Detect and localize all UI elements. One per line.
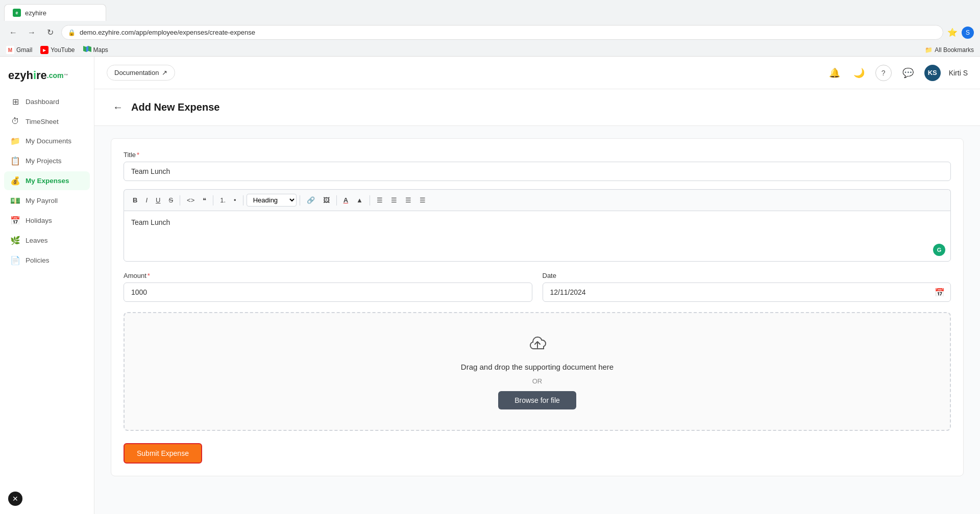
date-input-wrapper: 📅 — [543, 282, 951, 302]
toolbar-separator-1 — [180, 195, 180, 205]
payroll-icon: 💵 — [10, 196, 20, 205]
sidebar-item-timesheet[interactable]: ⏱ TimeSheet — [4, 112, 90, 131]
documents-icon: 📁 — [10, 136, 20, 146]
page-title: Add New Expense — [131, 101, 219, 113]
amount-field-group: Amount* — [124, 272, 532, 302]
lock-icon: 🔒 — [68, 29, 76, 36]
profile-icon[interactable]: S — [962, 27, 974, 39]
sidebar-item-policies[interactable]: 📄 Policies — [4, 251, 90, 270]
user-avatar[interactable]: KS — [924, 65, 941, 81]
bookmark-youtube[interactable]: ▶ YouTube — [40, 46, 75, 54]
policies-icon: 📄 — [10, 255, 20, 265]
back-button[interactable]: ← — [111, 99, 125, 115]
dark-mode-icon[interactable]: 🌙 — [851, 65, 867, 81]
amount-input[interactable] — [124, 282, 532, 302]
date-label: Date — [543, 272, 951, 279]
chat-icon[interactable]: 💬 — [900, 65, 916, 81]
sidebar-item-dashboard[interactable]: ⊞ Dashboard — [4, 92, 90, 111]
address-bar[interactable]: 🔒 demo.ezyhire.com/app/employee/expenses… — [61, 25, 943, 40]
ordered-list-button[interactable]: 1. — [216, 194, 229, 206]
upload-drag-text: Drag and drop the supporting document he… — [461, 363, 614, 371]
calendar-icon[interactable]: 📅 — [935, 288, 945, 297]
help-icon[interactable]: ? — [875, 65, 892, 81]
external-link-icon: ↗ — [162, 69, 167, 76]
logo: ezyhire.com™ — [0, 65, 94, 92]
dashboard-icon: ⊞ — [10, 97, 20, 107]
leaves-icon: 🌿 — [10, 236, 20, 245]
forward-browser-button[interactable]: → — [24, 25, 39, 40]
align-center-button[interactable]: ☰ — [387, 194, 401, 206]
title-input[interactable] — [124, 162, 951, 181]
heading-select[interactable]: Heading Heading 1 Heading 2 Heading 3 No… — [247, 194, 297, 207]
bookmark-maps-label: Maps — [93, 46, 108, 54]
projects-icon: 📋 — [10, 156, 20, 166]
sidebar-item-my-payroll[interactable]: 💵 My Payroll — [4, 191, 90, 210]
sidebar-label-dashboard: Dashboard — [26, 98, 59, 106]
all-bookmarks[interactable]: 📁 All Bookmarks — [925, 46, 974, 54]
bold-button[interactable]: B — [129, 194, 141, 206]
notifications-icon[interactable]: 🔔 — [826, 65, 843, 81]
upload-cloud-icon — [527, 333, 548, 356]
unordered-list-button[interactable]: • — [230, 194, 240, 206]
timesheet-icon: ⏱ — [10, 117, 20, 126]
justify-button[interactable]: ☰ — [416, 194, 429, 206]
main-content: ← Add New Expense Title* B I U — [94, 89, 980, 514]
youtube-icon: ▶ — [40, 46, 48, 54]
description-editor: B I U S <> ❝ 1. • Heading Heading 1 — [124, 189, 951, 262]
svg-marker-1 — [86, 46, 88, 52]
sidebar-label-holidays: Holidays — [26, 217, 52, 224]
topbar: Documentation ↗ 🔔 🌙 ? 💬 KS Kirti S — [94, 57, 980, 89]
holidays-icon: 📅 — [10, 216, 20, 225]
code-button[interactable]: <> — [183, 194, 198, 206]
bookmark-gmail[interactable]: M Gmail — [6, 46, 32, 54]
title-label: Title* — [124, 151, 951, 159]
toolbar-separator-4 — [300, 195, 300, 205]
gmail-icon: M — [6, 46, 14, 54]
bookmark-youtube-label: YouTube — [51, 46, 75, 54]
align-left-button[interactable]: ☰ — [373, 194, 386, 206]
upload-or-text: OR — [532, 377, 543, 385]
link-button[interactable]: 🔗 — [303, 194, 318, 206]
browse-file-button[interactable]: Browse for file — [498, 391, 576, 409]
sidebar-item-my-projects[interactable]: 📋 My Projects — [4, 151, 90, 170]
bookmark-maps[interactable]: Maps — [83, 46, 108, 54]
quote-button[interactable]: ❝ — [199, 194, 210, 206]
sidebar-item-my-documents[interactable]: 📁 My Documents — [4, 132, 90, 150]
sidebar-label-projects: My Projects — [26, 157, 62, 165]
tab-title: ezyhire — [25, 9, 46, 17]
refresh-browser-button[interactable]: ↻ — [43, 25, 57, 40]
date-input[interactable] — [543, 282, 951, 302]
sidebar-item-my-expenses[interactable]: 💰 My Expenses — [4, 171, 90, 190]
image-button[interactable]: 🖼 — [320, 194, 333, 206]
highlight-button[interactable]: ▲ — [353, 194, 366, 206]
documentation-button[interactable]: Documentation ↗ — [107, 65, 175, 81]
align-right-button[interactable]: ☰ — [402, 194, 415, 206]
italic-button[interactable]: I — [142, 194, 151, 206]
rte-text: Team Lunch — [131, 218, 943, 226]
back-browser-button[interactable]: ← — [6, 25, 20, 40]
extensions-icon[interactable]: ⭐ — [947, 28, 958, 37]
active-browser-tab[interactable]: e ezyhire — [4, 4, 106, 21]
rte-content-area[interactable]: Team Lunch G — [124, 211, 951, 262]
bookmark-gmail-label: Gmail — [16, 46, 32, 54]
toolbar-separator-2 — [213, 195, 213, 205]
file-upload-area[interactable]: Drag and drop the supporting document he… — [124, 312, 951, 431]
title-field-group: Title* — [124, 151, 951, 181]
username-label: Kirti S — [949, 69, 968, 77]
underline-button[interactable]: U — [152, 194, 164, 206]
submit-expense-button[interactable]: Submit Expense — [124, 443, 202, 464]
toolbar-separator-6 — [370, 195, 370, 205]
toolbar-separator-3 — [243, 195, 243, 205]
text-color-button[interactable]: A — [340, 194, 352, 206]
content-header: ← Add New Expense — [94, 89, 980, 126]
expense-form: Title* B I U S <> ❝ 1. — [111, 138, 964, 476]
grammarly-icon: G — [933, 244, 945, 256]
maps-icon — [83, 46, 91, 54]
avatar-initials: KS — [928, 69, 937, 76]
tab-favicon: e — [13, 9, 21, 17]
close-notification-button[interactable]: ✕ — [8, 492, 22, 506]
strikethrough-button[interactable]: S — [165, 194, 177, 206]
sidebar-item-holidays[interactable]: 📅 Holidays — [4, 211, 90, 230]
sidebar-item-leaves[interactable]: 🌿 Leaves — [4, 231, 90, 250]
doc-btn-label: Documentation — [114, 69, 159, 76]
